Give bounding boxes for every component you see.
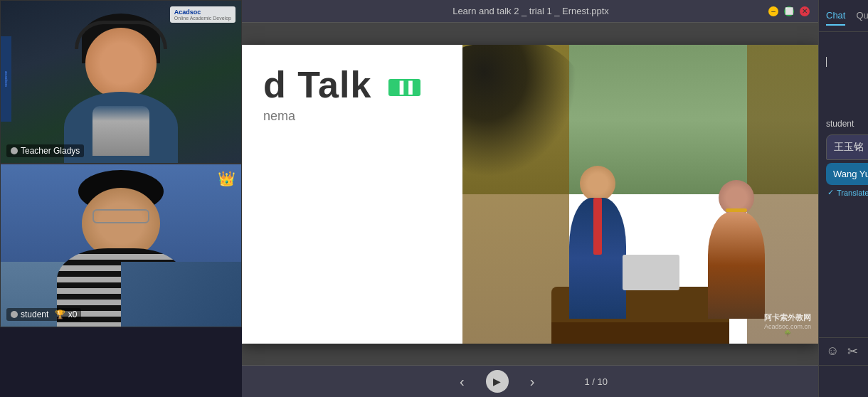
slide-background: d Talk ▐▐ nema: [242, 45, 818, 344]
translated-label: Translated: [837, 189, 868, 197]
emoji-icon[interactable]: ☺: [826, 344, 839, 359]
slide-person-left: [569, 166, 626, 322]
text-cursor: [826, 57, 827, 67]
chat-tabs: Chat Question(0): [826, 6, 868, 26]
crown-icon: 👑: [218, 170, 235, 187]
presentation-area: d Talk ▐▐ nema: [242, 23, 818, 365]
left-panel: Acadsoc Online Academic Develop: [0, 0, 242, 397]
teacher-message: Teacher Gladys here: [826, 76, 868, 105]
slide-container: d Talk ▐▐ nema: [242, 45, 818, 344]
student-msg-translated: Wang Yu Ming: [826, 163, 868, 185]
right-panel: Chat Question(0) ☺ ⊡ ✕ 21:00 Teacher Gla…: [818, 0, 868, 397]
tab-question[interactable]: Question(0): [856, 6, 868, 26]
slide-person-right: [708, 180, 765, 322]
tab-chat[interactable]: Chat: [826, 6, 845, 26]
teacher-silhouette: [50, 14, 192, 163]
prev-slide-button[interactable]: ‹: [452, 370, 472, 393]
minimize-button[interactable]: –: [768, 6, 778, 16]
slide-image-right: 阿卡索外教网 Acadsoc.com.cn 🌳: [462, 45, 818, 344]
maximize-button[interactable]: ⬜: [784, 6, 794, 16]
slide-subtitle: nema: [263, 109, 420, 124]
slide-counter: 1 / 10: [584, 376, 608, 387]
presentation-title: Learn and talk 2 _ trial 1 _ Ernest.pptx: [293, 6, 768, 16]
close-button[interactable]: ✕: [800, 6, 810, 16]
scissors-icon[interactable]: ✂: [847, 344, 858, 359]
slide-title: d Talk ▐▐: [263, 66, 420, 103]
teacher-mic-icon: [11, 147, 18, 154]
chat-footer: ☺ ✂: [819, 337, 868, 365]
acadsoc-logo: Acadsoc: [174, 9, 231, 16]
play-button[interactable]: ▶: [486, 370, 509, 393]
chat-header: Chat Question(0) ☺ ⊡ ✕: [819, 0, 868, 32]
translated-tag: ✓ Translated: [826, 188, 868, 197]
next-slide-button[interactable]: ›: [523, 370, 542, 393]
chat-send-area: Send: [819, 365, 868, 397]
slide-badge: ▐▐: [388, 79, 420, 96]
student-msg-chinese: 王玉铭: [826, 134, 868, 160]
teacher-video-feed: Acadsoc Online Academic Develop: [0, 0, 242, 164]
student-video-feed: 👑 student 🏆 x0: [0, 164, 242, 327]
presentation-controls: ‹ ▶ › 1 / 10: [242, 365, 818, 397]
main-area: Learn and talk 2 _ trial 1 _ Ernest.pptx…: [242, 0, 818, 397]
student-trophy: 🏆 x0: [55, 309, 77, 319]
student-message-area: student 王玉铭 Wang Yu Ming ✓ Translated: [826, 119, 868, 197]
teacher-video-bg: Acadsoc Online Academic Develop: [1, 1, 241, 163]
footer-icons: ☺ ✂: [826, 344, 858, 359]
slide-watermark: 阿卡索外教网 Acadsoc.com.cn 🌳: [764, 312, 811, 337]
student-mic-icon: [11, 311, 18, 318]
chat-body: 21:00 Teacher Gladys here student 王玉铭 Wa…: [819, 32, 868, 337]
student-label: student 🏆 x0: [6, 308, 81, 321]
chat-timestamp: 21:00: [826, 39, 868, 48]
window-controls: – ⬜ ✕: [768, 6, 810, 16]
teacher-label: Teacher Gladys: [6, 144, 84, 157]
presentation-titlebar: Learn and talk 2 _ trial 1 _ Ernest.pptx…: [242, 0, 818, 23]
student-msg-label: student: [826, 119, 868, 129]
check-icon: ✓: [827, 188, 834, 197]
left-panel-filler: [0, 327, 242, 397]
slide-title-area: d Talk ▐▐ nema: [263, 66, 420, 124]
chat-cursor-area[interactable]: [826, 55, 868, 69]
